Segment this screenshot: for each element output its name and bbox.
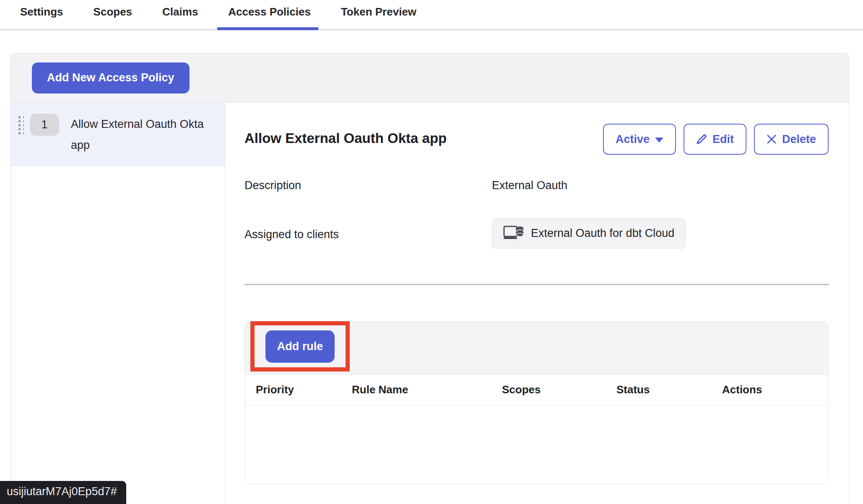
status-dropdown-button[interactable]: Active: [603, 124, 676, 155]
close-icon: [767, 134, 777, 144]
client-chip: External Oauth for dbt Cloud: [492, 218, 686, 249]
description-value: External Oauth: [492, 179, 829, 192]
delete-label: Delete: [782, 133, 816, 146]
access-policies-panel: Add New Access Policy 1 Allow External O…: [10, 53, 849, 504]
policy-list-item-label: Allow External Oauth Okta app: [71, 114, 215, 156]
panel-header: Add New Access Policy: [11, 53, 849, 103]
assigned-clients-value: External Oauth for dbt Cloud: [492, 218, 829, 249]
policy-fields: Description External Oauth Assigned to c…: [244, 179, 829, 249]
status-label: Active: [616, 133, 650, 146]
policy-action-buttons: Active Edit Delete: [603, 124, 829, 155]
red-highlight-annotation: Add rule: [250, 321, 350, 372]
tab-scopes[interactable]: Scopes: [94, 5, 133, 29]
policy-detail-header: Allow External Oauth Okta app Active Edi…: [244, 124, 829, 155]
policy-list-item[interactable]: 1 Allow External Oauth Okta app: [11, 103, 225, 166]
add-new-access-policy-button[interactable]: Add New Access Policy: [32, 62, 190, 94]
column-header-rule-name: Rule Name: [352, 374, 502, 405]
panel-body: 1 Allow External Oauth Okta app Allow Ex…: [11, 103, 849, 504]
rules-card-header: Add rule: [245, 322, 828, 374]
policy-priority-badge: 1: [30, 114, 59, 136]
rules-table: Priority Rule Name Scopes Status Actions: [245, 374, 828, 483]
edit-label: Edit: [712, 133, 734, 146]
tab-bar: Settings Scopes Claims Access Policies T…: [0, 0, 863, 30]
policy-list: 1 Allow External Oauth Okta app: [11, 103, 225, 504]
column-header-priority: Priority: [245, 374, 352, 405]
edit-button[interactable]: Edit: [684, 124, 746, 155]
section-divider: [244, 284, 829, 285]
caret-down-icon: [655, 138, 663, 143]
client-chip-label: External Oauth for dbt Cloud: [531, 227, 674, 240]
policy-detail: Allow External Oauth Okta app Active Edi…: [225, 103, 849, 504]
assigned-clients-label: Assigned to clients: [244, 228, 492, 241]
rules-card: Add rule Priority Rule Name Scopes Statu…: [244, 321, 829, 484]
laptop-database-icon: [503, 225, 524, 242]
status-bar-url-tooltip: usijiutarM7Aj0Ep5d7#: [0, 481, 126, 504]
column-header-scopes: Scopes: [502, 374, 616, 405]
description-label: Description: [244, 179, 492, 192]
tab-settings[interactable]: Settings: [20, 5, 63, 29]
tab-access-policies[interactable]: Access Policies: [228, 5, 311, 29]
delete-button[interactable]: Delete: [754, 124, 829, 155]
tab-claims[interactable]: Claims: [162, 5, 198, 29]
rules-table-header-row: Priority Rule Name Scopes Status Actions: [245, 374, 828, 405]
tab-token-preview[interactable]: Token Preview: [341, 5, 416, 29]
policy-title: Allow External Oauth Okta app: [244, 130, 447, 146]
column-header-actions: Actions: [722, 374, 828, 405]
column-header-status: Status: [616, 374, 722, 405]
pencil-icon: [696, 134, 707, 145]
add-rule-button[interactable]: Add rule: [265, 330, 335, 363]
rules-table-empty-body: [245, 405, 828, 483]
drag-handle-icon[interactable]: [17, 115, 24, 136]
